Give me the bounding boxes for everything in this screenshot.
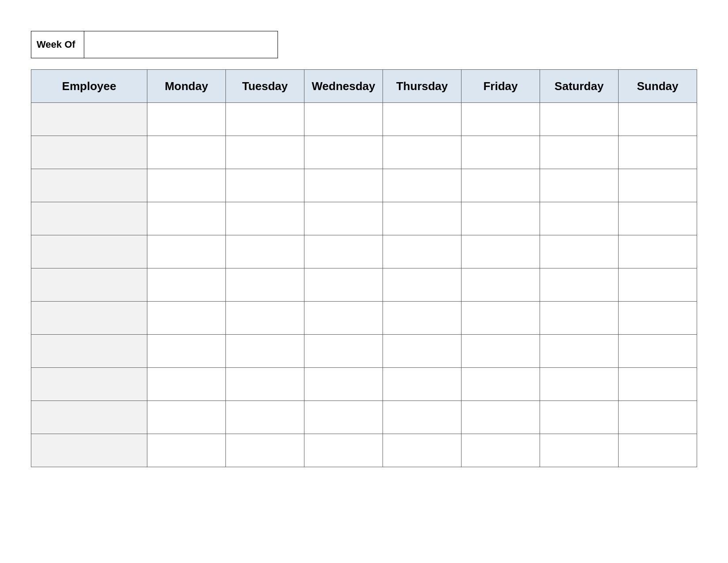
table-row <box>31 103 697 136</box>
schedule-cell[interactable] <box>540 368 619 401</box>
week-of-row: Week Of <box>31 31 697 58</box>
schedule-cell[interactable] <box>226 302 304 335</box>
schedule-cell[interactable] <box>462 235 540 268</box>
schedule-cell[interactable] <box>226 335 304 368</box>
schedule-cell[interactable] <box>147 368 226 401</box>
schedule-cell[interactable] <box>540 169 619 202</box>
schedule-cell[interactable] <box>383 235 462 268</box>
schedule-cell[interactable] <box>304 268 383 302</box>
schedule-cell[interactable] <box>619 368 697 401</box>
schedule-cell[interactable] <box>462 434 540 467</box>
schedule-cell[interactable] <box>462 268 540 302</box>
schedule-cell[interactable] <box>619 169 697 202</box>
schedule-cell[interactable] <box>383 302 462 335</box>
schedule-cell[interactable] <box>226 368 304 401</box>
col-header-employee: Employee <box>31 70 147 103</box>
schedule-cell[interactable] <box>226 202 304 235</box>
schedule-cell[interactable] <box>383 202 462 235</box>
employee-cell[interactable] <box>31 136 147 169</box>
schedule-cell[interactable] <box>462 202 540 235</box>
schedule-cell[interactable] <box>619 302 697 335</box>
schedule-cell[interactable] <box>147 103 226 136</box>
schedule-cell[interactable] <box>540 302 619 335</box>
schedule-cell[interactable] <box>540 235 619 268</box>
week-of-input[interactable] <box>84 31 278 58</box>
schedule-cell[interactable] <box>462 335 540 368</box>
schedule-cell[interactable] <box>462 136 540 169</box>
schedule-cell[interactable] <box>226 401 304 434</box>
schedule-cell[interactable] <box>383 268 462 302</box>
col-header-friday: Friday <box>462 70 540 103</box>
schedule-cell[interactable] <box>462 401 540 434</box>
schedule-cell[interactable] <box>304 202 383 235</box>
schedule-cell[interactable] <box>383 169 462 202</box>
header-row: Employee Monday Tuesday Wednesday Thursd… <box>31 70 697 103</box>
schedule-cell[interactable] <box>619 335 697 368</box>
schedule-cell[interactable] <box>226 268 304 302</box>
schedule-cell[interactable] <box>462 302 540 335</box>
col-header-sunday: Sunday <box>619 70 697 103</box>
schedule-cell[interactable] <box>619 401 697 434</box>
schedule-cell[interactable] <box>462 368 540 401</box>
table-row <box>31 434 697 467</box>
col-header-tuesday: Tuesday <box>226 70 304 103</box>
schedule-cell[interactable] <box>619 103 697 136</box>
schedule-cell[interactable] <box>462 169 540 202</box>
schedule-cell[interactable] <box>383 368 462 401</box>
schedule-cell[interactable] <box>147 335 226 368</box>
schedule-cell[interactable] <box>147 401 226 434</box>
employee-cell[interactable] <box>31 434 147 467</box>
table-row <box>31 235 697 268</box>
employee-cell[interactable] <box>31 169 147 202</box>
schedule-cell[interactable] <box>147 434 226 467</box>
schedule-cell[interactable] <box>383 335 462 368</box>
schedule-cell[interactable] <box>540 434 619 467</box>
schedule-cell[interactable] <box>304 235 383 268</box>
schedule-cell[interactable] <box>304 368 383 401</box>
schedule-cell[interactable] <box>226 434 304 467</box>
schedule-cell[interactable] <box>226 169 304 202</box>
schedule-cell[interactable] <box>462 103 540 136</box>
schedule-cell[interactable] <box>540 202 619 235</box>
schedule-cell[interactable] <box>304 302 383 335</box>
schedule-cell[interactable] <box>383 136 462 169</box>
schedule-cell[interactable] <box>147 235 226 268</box>
schedule-cell[interactable] <box>619 136 697 169</box>
schedule-cell[interactable] <box>540 103 619 136</box>
schedule-cell[interactable] <box>304 335 383 368</box>
schedule-cell[interactable] <box>619 268 697 302</box>
schedule-cell[interactable] <box>619 202 697 235</box>
schedule-cell[interactable] <box>147 302 226 335</box>
schedule-cell[interactable] <box>147 136 226 169</box>
table-row <box>31 169 697 202</box>
schedule-cell[interactable] <box>304 434 383 467</box>
employee-cell[interactable] <box>31 235 147 268</box>
schedule-cell[interactable] <box>383 401 462 434</box>
schedule-cell[interactable] <box>226 235 304 268</box>
schedule-cell[interactable] <box>540 268 619 302</box>
schedule-cell[interactable] <box>147 169 226 202</box>
schedule-cell[interactable] <box>540 136 619 169</box>
employee-cell[interactable] <box>31 202 147 235</box>
schedule-cell[interactable] <box>226 136 304 169</box>
employee-cell[interactable] <box>31 103 147 136</box>
schedule-cell[interactable] <box>540 335 619 368</box>
schedule-cell[interactable] <box>383 434 462 467</box>
employee-cell[interactable] <box>31 335 147 368</box>
schedule-cell[interactable] <box>304 401 383 434</box>
schedule-cell[interactable] <box>304 169 383 202</box>
schedule-cell[interactable] <box>540 401 619 434</box>
schedule-cell[interactable] <box>147 268 226 302</box>
schedule-cell[interactable] <box>226 103 304 136</box>
schedule-cell[interactable] <box>619 434 697 467</box>
employee-cell[interactable] <box>31 268 147 302</box>
schedule-cell[interactable] <box>619 235 697 268</box>
schedule-table-body <box>31 103 697 467</box>
schedule-cell[interactable] <box>383 103 462 136</box>
schedule-cell[interactable] <box>147 202 226 235</box>
employee-cell[interactable] <box>31 401 147 434</box>
employee-cell[interactable] <box>31 302 147 335</box>
schedule-cell[interactable] <box>304 136 383 169</box>
employee-cell[interactable] <box>31 368 147 401</box>
schedule-cell[interactable] <box>304 103 383 136</box>
